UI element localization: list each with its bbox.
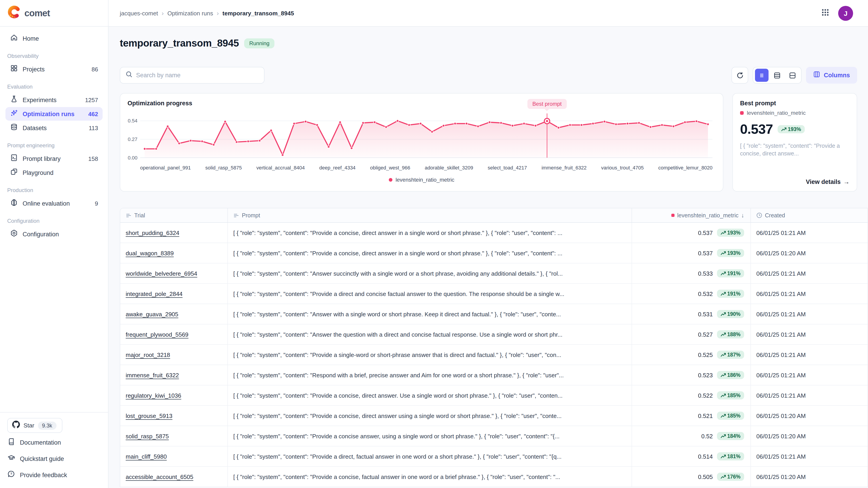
- column-header-prompt[interactable]: Prompt: [227, 208, 631, 222]
- prompt-cell[interactable]: [ { "role": "system", "content": "Answer…: [227, 304, 631, 324]
- prompt-cell[interactable]: [ { "role": "system", "content": "Provid…: [227, 385, 631, 405]
- trial-link[interactable]: accessible_account_6505: [126, 473, 193, 480]
- search-input[interactable]: [136, 72, 258, 78]
- density-large-button[interactable]: [786, 69, 799, 82]
- trial-link[interactable]: frequent_plywood_5569: [126, 331, 188, 338]
- metric-cell: 0.521 185%: [631, 406, 750, 426]
- sidebar-item-home[interactable]: Home: [5, 32, 103, 45]
- y-tick-027: 0.27: [124, 136, 137, 142]
- sidebar-item-experiments[interactable]: Experiments 1257: [5, 93, 103, 107]
- breadcrumb-workspace[interactable]: jacques-comet: [120, 10, 158, 17]
- sidebar-item-datasets[interactable]: Datasets 113: [5, 121, 103, 135]
- column-header-created[interactable]: Created: [750, 208, 868, 222]
- prompt-cell[interactable]: [ { "role": "system", "content": "Provid…: [227, 406, 631, 426]
- breadcrumb-section[interactable]: Optimization runs: [167, 10, 213, 17]
- prompt-cell[interactable]: [ { "role": "system", "content": "Provid…: [227, 345, 631, 365]
- sidebar-item-label: Optimization runs: [23, 110, 84, 117]
- rows-icon: [126, 213, 131, 218]
- refresh-button[interactable]: [732, 67, 748, 84]
- trend-badge: 185%: [717, 391, 744, 399]
- table-row: immense_fruit_6322 [ { "role": "system",…: [120, 365, 868, 385]
- github-star-button[interactable]: Star 9.3k: [7, 418, 62, 433]
- column-header-trial[interactable]: Trial: [120, 208, 227, 222]
- trend-badge: 186%: [717, 371, 744, 379]
- metric-cell: 0.52 184%: [631, 426, 750, 446]
- view-details-link[interactable]: View details →: [806, 178, 849, 185]
- prompt-cell[interactable]: [ { "role": "system", "content": "Provid…: [227, 426, 631, 446]
- sidebar-item-online-evaluation[interactable]: Online evaluation 9: [5, 197, 103, 210]
- trend-badge: 181%: [717, 452, 744, 460]
- y-tick-000: 0.00: [124, 155, 137, 160]
- clock-icon: [756, 213, 762, 218]
- metric-cell: 0.522 185%: [631, 385, 750, 405]
- star-label: Star: [24, 422, 34, 429]
- sidebar-item-prompt-library[interactable]: Prompt library 158: [5, 152, 103, 165]
- prompt-cell[interactable]: [ { "role": "system", "content": "Provid…: [227, 243, 631, 263]
- sidebar-item-configuration[interactable]: Configuration: [5, 227, 103, 241]
- metric-value: 0.522: [698, 392, 713, 399]
- prompt-library-icon: [10, 154, 18, 164]
- trial-link[interactable]: lost_grouse_5913: [126, 412, 173, 419]
- sort-desc-icon[interactable]: ↓: [741, 212, 744, 219]
- trending-up-icon: [720, 291, 726, 296]
- trend-badge: 185%: [717, 412, 744, 420]
- columns-icon: [813, 71, 820, 79]
- metric-value: 0.532: [698, 290, 713, 297]
- prompt-cell[interactable]: [ { "role": "system", "content": "Provid…: [227, 447, 631, 466]
- sidebar-item-playground[interactable]: Playground: [5, 166, 103, 180]
- trial-link[interactable]: solid_rasp_5875: [126, 433, 169, 440]
- sidebar-item-count: 9: [95, 200, 98, 207]
- trial-link[interactable]: awake_guava_2905: [126, 311, 178, 318]
- chart-plot-area[interactable]: [140, 113, 712, 163]
- table-row: solid_rasp_5875 [ { "role": "system", "c…: [120, 426, 868, 447]
- table-row: accessible_account_6505 [ { "role": "sys…: [120, 467, 868, 487]
- trending-up-icon: [720, 393, 726, 398]
- nav-section-title: Prompt engineering: [0, 135, 108, 151]
- prompt-cell[interactable]: [ { "role": "system", "content": "Respon…: [227, 365, 631, 385]
- footer-link-label: Documentation: [20, 439, 61, 446]
- apps-grid-icon[interactable]: [822, 8, 829, 18]
- footer-link-provide-feedback[interactable]: ? Provide feedback: [7, 468, 101, 482]
- density-medium-button[interactable]: [770, 69, 784, 82]
- trial-link[interactable]: integrated_pole_2844: [126, 290, 183, 297]
- trending-up-icon: [720, 433, 726, 438]
- trial-link[interactable]: major_root_3218: [126, 351, 170, 358]
- footer-link-quickstart-guide[interactable]: Quickstart guide: [7, 452, 101, 465]
- sidebar-nav: Home Observability Projects 86Evaluation…: [0, 27, 108, 412]
- metric-value: 0.505: [698, 473, 713, 480]
- sidebar-item-optimization-runs[interactable]: Optimization runs 462: [5, 107, 103, 121]
- prompt-cell[interactable]: [ { "role": "system", "content": "Provid…: [227, 284, 631, 304]
- topbar-actions: J: [822, 6, 853, 21]
- trend-badge: 191%: [717, 269, 744, 278]
- prompt-cell[interactable]: [ { "role": "system", "content": "Provid…: [227, 467, 631, 487]
- footer-link-label: Provide feedback: [20, 471, 67, 478]
- trial-link[interactable]: dual_wagon_8389: [126, 250, 174, 256]
- prompt-cell[interactable]: [ { "role": "system", "content": "Answer…: [227, 324, 631, 344]
- best-prompt-card: Best prompt levenshtein_ratio_metric 0.5…: [733, 93, 857, 192]
- sidebar-item-projects[interactable]: Projects 86: [5, 62, 103, 76]
- experiments-icon: [10, 95, 18, 105]
- metric-value: 0.531: [698, 311, 713, 318]
- sidebar-item-label: Configuration: [23, 231, 94, 237]
- app-root: comet Home Observability Projects 86Eval…: [0, 0, 868, 488]
- prompt-cell[interactable]: [ { "role": "system", "content": "Provid…: [227, 223, 631, 242]
- footer-link-documentation[interactable]: Documentation: [7, 435, 101, 449]
- trial-link[interactable]: regulatory_kiwi_1036: [126, 392, 181, 399]
- prompt-cell[interactable]: [ { "role": "system", "content": "Answer…: [227, 263, 631, 283]
- trending-up-icon: [720, 413, 726, 418]
- footer-links: Documentation Quickstart guide? Provide …: [7, 435, 101, 482]
- columns-button[interactable]: Columns: [806, 67, 857, 84]
- trial-link[interactable]: worldwide_belvedere_6954: [126, 270, 197, 277]
- trial-link[interactable]: main_cliff_5980: [126, 453, 167, 460]
- table-row: integrated_pole_2844 [ { "role": "system…: [120, 284, 868, 304]
- created-cell: 06/01/25 01:21 AM: [750, 263, 868, 283]
- search-box[interactable]: [120, 67, 265, 84]
- column-header-metric[interactable]: levenshtein_ratio_metric ↓: [631, 208, 750, 222]
- trial-link[interactable]: short_pudding_6324: [126, 229, 179, 236]
- y-tick-054: 0.54: [124, 118, 137, 123]
- density-small-button[interactable]: [755, 69, 769, 82]
- avatar[interactable]: J: [838, 6, 853, 21]
- sidebar-item-label: Datasets: [23, 125, 84, 131]
- configuration-icon: [10, 229, 18, 239]
- trial-link[interactable]: immense_fruit_6322: [126, 372, 179, 379]
